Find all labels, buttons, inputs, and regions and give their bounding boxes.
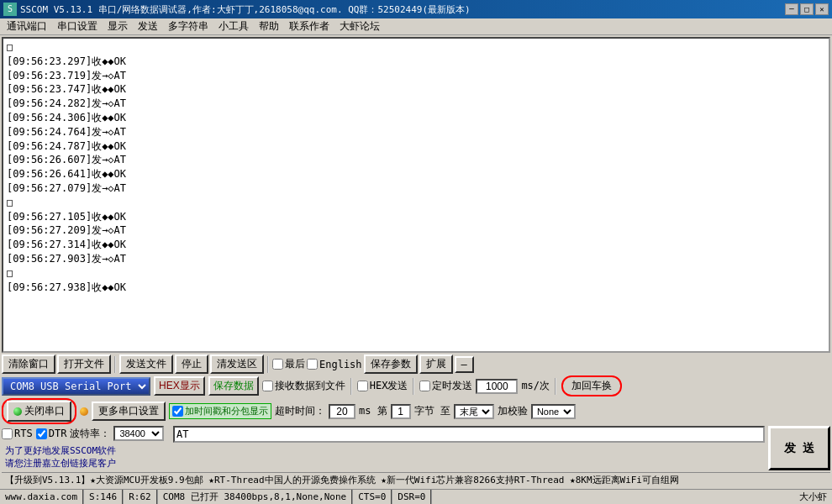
baud-dropdown[interactable]: 38400 — [113, 426, 164, 441]
at-input[interactable] — [173, 426, 765, 443]
terminal-line: [09:56:24.764]发→◇AT — [7, 125, 825, 139]
end-checkbox-label[interactable]: 最后 — [272, 357, 305, 371]
more-port-button[interactable]: 更多串口设置 — [92, 402, 166, 421]
led-orange-icon — [80, 407, 88, 416]
terminal-line: [09:56:23.747]收◆◆OK — [7, 82, 825, 97]
checksum-label: 加校验 — [498, 404, 528, 418]
status-cts: CTS=0 — [353, 490, 392, 504]
timeout-unit-label: ms 第 — [359, 404, 387, 418]
english-checkbox-label[interactable]: English — [307, 359, 362, 370]
byte-num-input[interactable] — [391, 404, 411, 419]
rts-label[interactable]: RTS — [2, 428, 33, 439]
open-file-button[interactable]: 打开文件 — [57, 354, 111, 374]
title-bar: S SSCOM V5.13.1 串口/网络数据调试器,作者:大虾丁丁,26180… — [0, 0, 832, 18]
checksum-dropdown[interactable]: None — [531, 404, 576, 419]
byte-label: 字节 至 — [414, 404, 450, 418]
hex-send-checkbox[interactable] — [357, 381, 368, 391]
led-green-icon — [13, 407, 22, 416]
clear-send-area-button[interactable]: 清发送区 — [210, 354, 264, 374]
status-dsr: DSR=0 — [392, 490, 432, 504]
terminal-line: [09:56:27.314]收◆◆OK — [7, 238, 825, 252]
rts-dtr-row: RTS DTR 波特率： 38400 — [2, 426, 170, 441]
recv-file-checkbox[interactable] — [262, 381, 273, 391]
terminal-line: [09:56:26.641]收◆◆OK — [7, 167, 825, 181]
main-container: □[09:56:23.297]收◆◆OK[09:56:23.719]发→◇AT[… — [0, 35, 832, 504]
app-icon: S — [3, 3, 17, 16]
status-bar: www.daxia.com S:146 R:62 COM8 已打开 38400b… — [0, 489, 832, 504]
status-s-count: S:146 — [84, 490, 124, 504]
port-config-row: 关闭串口 更多串口设置 加时间戳和分包显示 超时时间： ms 第 字节 至 末尾… — [2, 398, 830, 424]
separator-5 — [555, 378, 556, 395]
separator-2 — [267, 356, 269, 373]
status-r-count: R:62 — [124, 490, 158, 504]
terminal-line: [09:56:27.105]收◆◆OK — [7, 210, 825, 224]
hex-send-label[interactable]: HEX发送 — [357, 379, 408, 393]
baud-label: 波特率： — [70, 427, 110, 441]
save-params-button[interactable]: 保存参数 — [364, 354, 418, 374]
news-ticker: 【升级到V5.13.1】★大资源MCU开发板9.9包邮 ★RT-Thread中国… — [2, 472, 830, 487]
terminal-output[interactable]: □[09:56:23.297]收◆◆OK[09:56:23.719]发→◇AT[… — [2, 37, 830, 353]
menu-contact[interactable]: 联系作者 — [284, 18, 334, 35]
clear-window-button[interactable]: 清除窗口 — [2, 354, 55, 374]
terminal-line: [09:56:24.306]收◆◆OK — [7, 111, 825, 125]
menu-forum[interactable]: 大虾论坛 — [334, 18, 385, 35]
port-row: COM8 USB Serial Port HEX显示 保存数据 接收数据到文件 … — [2, 375, 830, 396]
menu-display[interactable]: 显示 — [103, 18, 133, 35]
recv-file-label[interactable]: 接收数据到文件 — [262, 379, 345, 393]
terminal-line: □ — [7, 40, 825, 55]
return-carriage-button[interactable]: 加回车换 — [566, 378, 617, 394]
end-checkbox[interactable] — [272, 359, 283, 370]
menu-multi-string[interactable]: 多字符串 — [163, 18, 213, 35]
button-row-1: 清除窗口 打开文件 发送文件 停止 清发送区 最后 English 保存参数 扩… — [2, 354, 830, 374]
menu-help[interactable]: 帮助 — [254, 18, 284, 35]
status-right: 大小虾 — [432, 490, 832, 504]
separator-4 — [413, 378, 414, 395]
timeout-label: 超时时间： — [275, 404, 325, 418]
close-button[interactable]: ✕ — [815, 3, 829, 15]
timed-send-label[interactable]: 定时发送 — [419, 379, 472, 393]
minimize-button[interactable]: ─ — [785, 3, 798, 15]
save-data-button[interactable]: 保存数据 — [208, 376, 259, 396]
menu-send[interactable]: 发送 — [133, 18, 163, 35]
status-website: www.daxia.com — [0, 490, 84, 504]
timed-value-input[interactable] — [476, 379, 518, 394]
promo-text: 为了更好地发展SSCOM软件 请您注册嘉立创链接尾客户 — [2, 444, 170, 470]
terminal-line: [09:56:23.719]发→◇AT — [7, 69, 825, 83]
maximize-button[interactable]: □ — [800, 3, 814, 15]
end-dropdown[interactable]: 末尾 — [454, 404, 494, 419]
dtr-checkbox[interactable] — [36, 428, 47, 439]
send-file-button[interactable]: 发送文件 — [119, 354, 173, 374]
terminal-line: [09:56:27.938]收◆◆OK — [7, 281, 825, 295]
timing-label[interactable]: 加时间戳和分包显示 — [169, 403, 271, 419]
terminal-line: [09:56:27.079]发→◇AT — [7, 181, 825, 196]
collapse-button[interactable]: — — [455, 356, 474, 373]
menu-bar: 通讯端口 串口设置 显示 发送 多字符串 小工具 帮助 联系作者 大虾论坛 — [0, 18, 832, 35]
menu-tools[interactable]: 小工具 — [213, 18, 254, 35]
timing-checkbox[interactable] — [172, 406, 183, 417]
status-port-info: COM8 已打开 38400bps,8,1,None,None — [158, 490, 353, 504]
send-button[interactable]: 发 送 — [768, 426, 830, 470]
stop-button[interactable]: 停止 — [175, 354, 208, 374]
timed-send-checkbox[interactable] — [419, 381, 430, 391]
close-port-highlight: 关闭串口 — [2, 398, 76, 424]
window-title: SSCOM V5.13.1 串口/网络数据调试器,作者:大虾丁丁,2618058… — [20, 3, 471, 16]
menu-port-settings[interactable]: 串口设置 — [52, 18, 103, 35]
rts-checkbox[interactable] — [2, 428, 13, 439]
bottom-panel: 清除窗口 打开文件 发送文件 停止 清发送区 最后 English 保存参数 扩… — [0, 353, 832, 489]
expand-button[interactable]: 扩展 — [419, 354, 453, 374]
timed-unit-label: ms/次 — [521, 379, 550, 393]
com-port-select[interactable]: COM8 USB Serial Port — [2, 377, 150, 396]
terminal-line: □ — [7, 196, 825, 210]
english-checkbox[interactable] — [307, 359, 318, 370]
separator-1 — [114, 356, 116, 373]
terminal-line: □ — [7, 266, 825, 281]
separator-3 — [350, 378, 352, 395]
dtr-label[interactable]: DTR — [36, 428, 67, 439]
terminal-line: [09:56:27.209]发→◇AT — [7, 223, 825, 238]
menu-comm-port[interactable]: 通讯端口 — [2, 18, 52, 35]
terminal-line: [09:56:23.297]收◆◆OK — [7, 55, 825, 69]
terminal-line: [09:56:24.787]收◆◆OK — [7, 139, 825, 154]
timeout-input[interactable] — [329, 404, 355, 419]
close-port-button[interactable]: 关闭串口 — [7, 401, 71, 422]
hex-display-button[interactable]: HEX显示 — [154, 376, 205, 396]
